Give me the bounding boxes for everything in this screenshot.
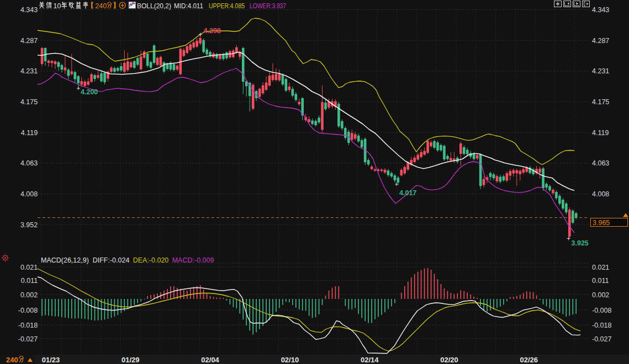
svg-text:0.002: 0.002 bbox=[20, 291, 38, 299]
svg-text:3.965: 3.965 bbox=[593, 219, 610, 227]
svg-text:4.119: 4.119 bbox=[21, 129, 38, 137]
svg-text:UPPER:4.085: UPPER:4.085 bbox=[209, 2, 245, 10]
svg-text:4.119: 4.119 bbox=[592, 129, 609, 137]
svg-text:0.011: 0.011 bbox=[592, 277, 609, 285]
svg-text:-0.027: -0.027 bbox=[592, 335, 611, 343]
svg-text:MACD:-0.009: MACD:-0.009 bbox=[172, 256, 214, 264]
svg-text:-0.027: -0.027 bbox=[18, 335, 38, 343]
svg-text:02/04: 02/04 bbox=[201, 356, 219, 364]
svg-text:240: 240 bbox=[95, 2, 107, 10]
svg-text:-0.008: -0.008 bbox=[18, 307, 38, 314]
svg-text:4.063: 4.063 bbox=[592, 159, 609, 167]
svg-text:-0.008: -0.008 bbox=[592, 307, 611, 314]
svg-text:BOLL(20,2): BOLL(20,2) bbox=[137, 2, 171, 10]
svg-text:0.021: 0.021 bbox=[592, 264, 609, 271]
svg-text:DIFF:-0.024: DIFF:-0.024 bbox=[93, 256, 130, 264]
svg-text:0.011: 0.011 bbox=[21, 277, 38, 285]
svg-text:MID:4.011: MID:4.011 bbox=[174, 2, 203, 10]
svg-text:4.008: 4.008 bbox=[592, 190, 609, 198]
svg-text:4.343: 4.343 bbox=[592, 6, 609, 14]
svg-text:4.008: 4.008 bbox=[20, 190, 38, 198]
svg-text:02/14: 02/14 bbox=[361, 356, 379, 364]
svg-text:02/10: 02/10 bbox=[281, 356, 299, 364]
svg-text:4.231: 4.231 bbox=[20, 67, 38, 75]
svg-text:4.231: 4.231 bbox=[592, 67, 609, 75]
svg-text:MACD(26,12,9): MACD(26,12,9) bbox=[41, 256, 89, 264]
svg-text:-0.018: -0.018 bbox=[18, 322, 38, 329]
svg-text:4.200: 4.200 bbox=[81, 88, 98, 96]
svg-text:0.002: 0.002 bbox=[592, 291, 609, 299]
svg-text:02/26: 02/26 bbox=[520, 356, 538, 364]
svg-text:3.925: 3.925 bbox=[572, 239, 589, 247]
svg-text:01/29: 01/29 bbox=[121, 356, 140, 364]
svg-text:01/23: 01/23 bbox=[42, 356, 60, 364]
svg-text:4.287: 4.287 bbox=[20, 37, 38, 45]
svg-text:0.021: 0.021 bbox=[20, 264, 38, 271]
svg-text:4.175: 4.175 bbox=[592, 98, 609, 106]
svg-text:4.343: 4.343 bbox=[20, 6, 38, 14]
svg-text:4.298: 4.298 bbox=[204, 27, 221, 35]
svg-text:240: 240 bbox=[6, 356, 18, 364]
svg-text:10: 10 bbox=[54, 2, 61, 10]
svg-text:3.952: 3.952 bbox=[20, 221, 38, 229]
svg-text:-0.018: -0.018 bbox=[592, 322, 611, 329]
svg-text:4.017: 4.017 bbox=[399, 189, 416, 197]
svg-text:DEA:-0.020: DEA:-0.020 bbox=[133, 256, 169, 264]
svg-text:4.175: 4.175 bbox=[20, 98, 38, 106]
svg-text:LOWER:3.937: LOWER:3.937 bbox=[250, 2, 286, 10]
svg-text:02/20: 02/20 bbox=[440, 356, 458, 364]
svg-text:4.287: 4.287 bbox=[592, 37, 609, 45]
svg-text:4.063: 4.063 bbox=[20, 159, 38, 167]
